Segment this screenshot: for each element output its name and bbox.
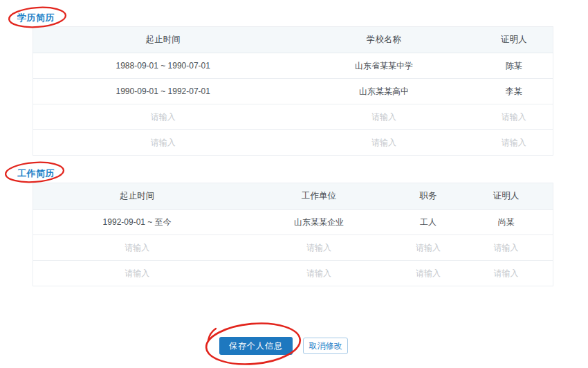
work-reference-input-placeholder[interactable]: 请输入 [459,235,553,261]
edu-school-input-placeholder[interactable]: 请输入 [293,104,475,130]
column-header-reference: 证明人 [459,183,553,210]
work-position-input-placeholder[interactable]: 请输入 [397,261,459,286]
annotation-stroke-save-button [208,329,216,340]
education-section-title: 学历简历 [17,12,55,24]
column-header-reference: 证明人 [475,27,553,53]
column-header-time-range: 起止时间 [33,183,241,210]
education-history-table: 起止时间 学校名称 证明人 1988-09-01 ~ 1990-07-01 山东… [33,26,553,156]
column-header-employer: 工作单位 [241,183,397,210]
edu-time-range-input-placeholder[interactable]: 请输入 [33,130,293,156]
edu-reference-input-placeholder[interactable]: 请输入 [475,104,553,130]
work-reference-input-placeholder[interactable]: 请输入 [459,261,553,286]
table-row-empty: 请输入 请输入 请输入 请输入 [33,235,553,261]
work-position-cell[interactable]: 工人 [397,210,459,235]
edu-time-range-input-placeholder[interactable]: 请输入 [33,104,293,130]
edu-time-range-cell[interactable]: 1988-09-01 ~ 1990-07-01 [33,53,293,79]
work-history-table: 起止时间 工作单位 职务 证明人 1992-09-01 ~ 至今 山东某某企业 … [33,183,553,286]
work-position-input-placeholder[interactable]: 请输入 [397,235,459,261]
edu-reference-cell[interactable]: 陈某 [475,53,553,79]
personal-info-edit-page: 学历简历 起止时间 学校名称 证明人 1988-09-01 ~ 1990-07-… [0,0,588,368]
table-row-empty: 请输入 请输入 请输入 [33,104,553,130]
column-header-position: 职务 [397,183,459,210]
save-personal-info-button[interactable]: 保存个人信息 [219,337,293,355]
work-section-title: 工作简历 [17,167,55,180]
table-row: 1992-09-01 ~ 至今 山东某某企业 工人 尚某 [33,210,553,235]
work-time-range-input-placeholder[interactable]: 请输入 [33,261,241,286]
column-header-school-name: 学校名称 [293,27,475,53]
work-time-range-cell[interactable]: 1992-09-01 ~ 至今 [33,210,241,235]
table-row: 1988-09-01 ~ 1990-07-01 山东省某某中学 陈某 [33,53,553,79]
table-header-row: 起止时间 工作单位 职务 证明人 [33,183,553,210]
edu-reference-input-placeholder[interactable]: 请输入 [475,130,553,156]
table-row: 1990-09-01 ~ 1992-07-01 山东某某高中 李某 [33,79,553,104]
work-reference-cell[interactable]: 尚某 [459,210,553,235]
work-employer-cell[interactable]: 山东某某企业 [241,210,397,235]
work-time-range-input-placeholder[interactable]: 请输入 [33,235,241,261]
edu-school-cell[interactable]: 山东省某某中学 [293,53,475,79]
table-header-row: 起止时间 学校名称 证明人 [33,27,553,53]
table-row-empty: 请输入 请输入 请输入 [33,130,553,156]
edu-school-input-placeholder[interactable]: 请输入 [293,130,475,156]
column-header-time-range: 起止时间 [33,27,293,53]
work-employer-input-placeholder[interactable]: 请输入 [241,235,397,261]
edu-school-cell[interactable]: 山东某某高中 [293,79,475,104]
work-employer-input-placeholder[interactable]: 请输入 [241,261,397,286]
table-row-empty: 请输入 请输入 请输入 请输入 [33,261,553,286]
edu-reference-cell[interactable]: 李某 [475,79,553,104]
cancel-changes-button[interactable]: 取消修改 [303,338,348,354]
edu-time-range-cell[interactable]: 1990-09-01 ~ 1992-07-01 [33,79,293,104]
